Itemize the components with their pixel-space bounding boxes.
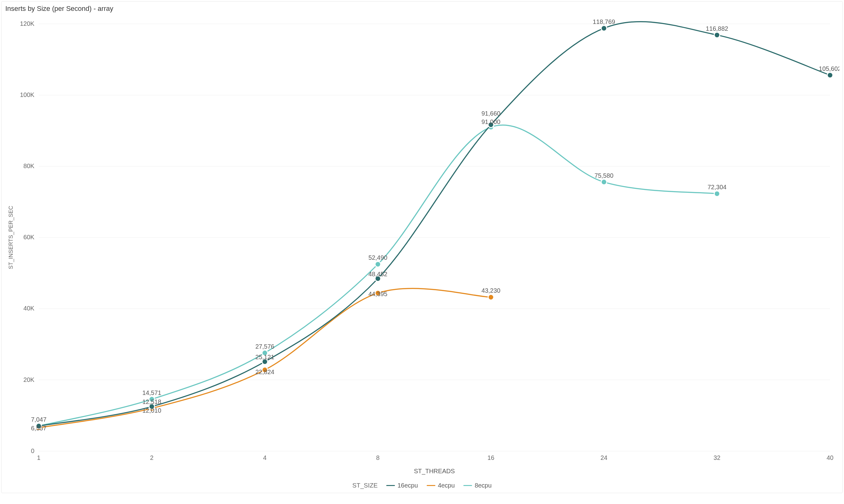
svg-text:12,010: 12,010: [142, 407, 161, 414]
svg-text:7,047: 7,047: [31, 416, 47, 423]
svg-text:40K: 40K: [23, 305, 35, 312]
svg-text:1: 1: [37, 454, 40, 461]
svg-text:2: 2: [150, 454, 154, 461]
svg-text:8: 8: [376, 454, 380, 461]
svg-text:100K: 100K: [20, 91, 35, 98]
svg-text:25,121: 25,121: [255, 354, 274, 360]
chart-title: Inserts by Size (per Second) - array: [2, 2, 842, 13]
legend-label-8ecpu: 8ecpu: [475, 482, 492, 489]
svg-text:0: 0: [31, 447, 35, 454]
legend-item-4ecpu: 4ecpu: [427, 482, 455, 489]
legend-item-16ecpu: 16ecpu: [386, 482, 418, 489]
svg-text:43,230: 43,230: [481, 287, 500, 294]
svg-text:ST_INSERTS_PER_SEC: ST_INSERTS_PER_SEC: [8, 206, 14, 269]
svg-point-30: [714, 191, 720, 196]
svg-text:75,580: 75,580: [595, 172, 614, 179]
svg-text:60K: 60K: [23, 234, 35, 240]
svg-text:105,602: 105,602: [819, 65, 839, 72]
legend-swatch-8ecpu: [463, 485, 472, 486]
svg-text:32: 32: [714, 454, 721, 461]
svg-text:118,769: 118,769: [593, 18, 615, 25]
svg-text:48,452: 48,452: [368, 271, 387, 277]
line-chart-svg: 020K40K60K80K100K120K124816243240ST_THRE…: [5, 15, 839, 479]
svg-point-27: [375, 261, 381, 267]
svg-text:72,304: 72,304: [707, 184, 726, 191]
svg-point-35: [488, 294, 494, 300]
svg-text:120K: 120K: [20, 20, 35, 27]
svg-text:52,490: 52,490: [368, 254, 387, 261]
legend-title: ST_SIZE: [352, 482, 378, 489]
svg-point-42: [714, 32, 720, 38]
svg-text:6,557: 6,557: [31, 425, 47, 432]
legend-swatch-16ecpu: [386, 485, 395, 486]
svg-point-29: [601, 179, 607, 185]
legend: ST_SIZE 16ecpu 4ecpu 8ecpu: [2, 480, 842, 493]
svg-text:12,518: 12,518: [142, 398, 161, 405]
chart-card: Inserts by Size (per Second) - array 020…: [1, 1, 843, 493]
legend-label-16ecpu: 16ecpu: [397, 482, 418, 489]
svg-text:24: 24: [601, 454, 607, 461]
svg-point-41: [601, 25, 607, 31]
chart-plot-area: 020K40K60K80K100K120K124816243240ST_THRE…: [2, 13, 842, 480]
legend-label-4ecpu: 4ecpu: [438, 482, 455, 489]
svg-text:91,660: 91,660: [481, 110, 500, 117]
legend-swatch-4ecpu: [427, 485, 435, 486]
svg-text:14,571: 14,571: [142, 389, 161, 396]
svg-text:116,882: 116,882: [706, 25, 728, 32]
svg-text:27,576: 27,576: [255, 343, 274, 350]
svg-text:ST_THREADS: ST_THREADS: [414, 468, 455, 475]
svg-text:80K: 80K: [23, 163, 35, 169]
svg-text:16: 16: [488, 454, 495, 461]
svg-text:91,000: 91,000: [481, 119, 500, 125]
svg-text:22,824: 22,824: [255, 368, 274, 375]
svg-text:20K: 20K: [23, 376, 35, 383]
svg-text:44,395: 44,395: [368, 290, 387, 298]
svg-text:40: 40: [827, 454, 833, 461]
legend-item-8ecpu: 8ecpu: [463, 482, 492, 489]
svg-text:4: 4: [263, 454, 266, 461]
svg-point-43: [827, 72, 833, 78]
